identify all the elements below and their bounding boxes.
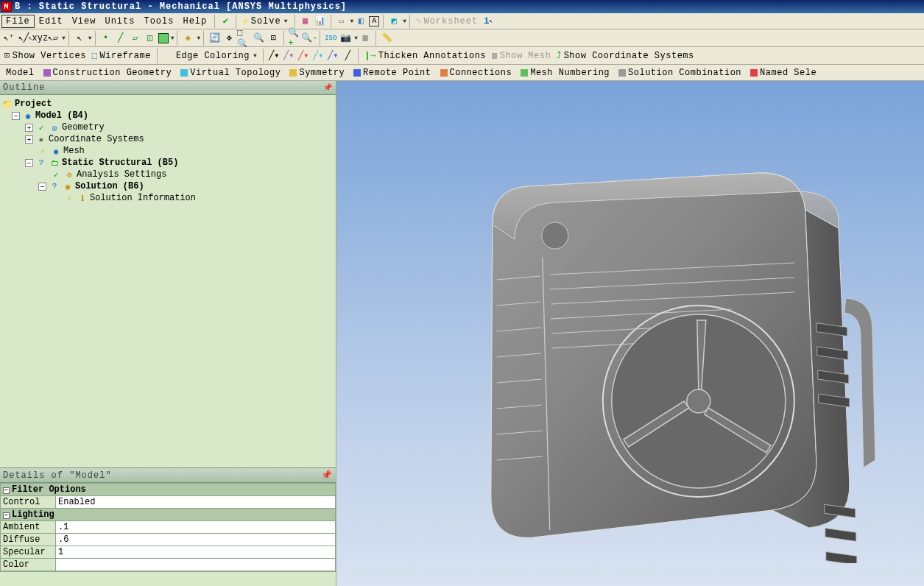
pin-icon[interactable]: 📌	[321, 470, 333, 481]
pan-icon[interactable]: ✥	[222, 32, 236, 45]
dropdown-arrow-icon[interactable]: ▼	[284, 18, 289, 24]
details-row-ambient[interactable]: Ambient.1	[1, 521, 336, 534]
menu-help[interactable]: Help	[178, 15, 211, 28]
menu-file[interactable]: File	[1, 15, 35, 28]
tree-analysis-settings[interactable]: ✓ ⚙ Analysis Settings	[1, 169, 334, 180]
show-mesh-button[interactable]: ▦Show Mesh	[489, 49, 554, 63]
tab-named-selections[interactable]: Named Sele	[746, 66, 821, 80]
details-row-diffuse[interactable]: Diffuse.6	[1, 534, 336, 546]
tab-model[interactable]: Model	[1, 66, 39, 80]
annotation-icon[interactable]: A	[369, 16, 379, 27]
outline-tree[interactable]: 📁 Project − ◉ Model (B4) + ✓ ◎ Geometry …	[0, 95, 336, 467]
collapse-icon[interactable]: −	[12, 112, 20, 120]
edge-blue-icon[interactable]: ╱▾	[326, 49, 339, 63]
details-val-diffuse[interactable]: .6	[56, 534, 336, 546]
slice-icon[interactable]: ◩	[387, 15, 401, 28]
tree-project[interactable]: 📁 Project	[1, 98, 334, 110]
refresh-icon[interactable]: ✔	[219, 15, 232, 28]
worksheet-button[interactable]: ✎Worksheet	[413, 14, 481, 28]
menu-edit[interactable]: Edit	[35, 15, 68, 28]
edge-cyan-icon[interactable]: ╱▾	[311, 49, 325, 63]
tree-static-structural[interactable]: − ? 🗀 Static Structural (B5)	[1, 157, 334, 169]
zoom-box-icon[interactable]: ⬚🔍	[237, 32, 250, 45]
graphics-viewport[interactable]	[336, 81, 924, 586]
dropdown-arrow-icon[interactable]: ▼	[354, 35, 358, 41]
xyz-select-icon[interactable]: ↖xyz	[32, 32, 45, 45]
point-filter-icon[interactable]: •	[99, 32, 113, 45]
ruler-icon[interactable]: 📏	[380, 32, 393, 45]
details-val-specular[interactable]: 1	[56, 546, 336, 559]
face-filter-icon[interactable]: ▱	[129, 32, 142, 45]
menu-tools[interactable]: Tools	[139, 15, 178, 28]
expand-icon[interactable]: +	[25, 135, 33, 144]
body-filter-icon[interactable]: ◫	[144, 32, 157, 45]
tree-geometry[interactable]: + ✓ ◎ Geometry	[1, 121, 334, 133]
pin-icon[interactable]: 📌	[323, 83, 333, 92]
tree-mesh[interactable]: ⚡ ◉ Mesh	[1, 145, 334, 157]
details-category-lighting[interactable]: −Lighting	[1, 509, 336, 521]
expand-icon[interactable]: +	[25, 124, 33, 132]
view-front-icon[interactable]: 📷	[339, 32, 352, 45]
tab-solution-combination[interactable]: Solution Combination	[614, 66, 746, 80]
chart-icon[interactable]: 📊	[314, 15, 327, 28]
dropdown-arrow-icon[interactable]: ▼	[350, 18, 354, 24]
collapse-icon[interactable]: −	[38, 183, 46, 191]
tab-connections[interactable]: Connections	[436, 66, 517, 80]
dropdown-arrow-icon[interactable]: ▼	[171, 35, 174, 41]
show-cs-button[interactable]: ⤴Show Coordinate Systems	[554, 49, 697, 63]
edge-black-icon[interactable]: ╱▾	[267, 49, 281, 63]
rotate-icon[interactable]: 🔄	[208, 32, 221, 45]
collapse-icon[interactable]: −	[25, 159, 33, 167]
tree-solution-information[interactable]: ⚡ ℹ Solution Information	[1, 192, 334, 204]
fit-icon[interactable]: ⊡	[267, 32, 280, 45]
separator	[263, 49, 264, 63]
look-at-icon[interactable]: ISO	[324, 32, 337, 45]
menu-units[interactable]: Units	[100, 15, 139, 28]
collapse-icon[interactable]: −	[3, 512, 10, 519]
zoom-icon[interactable]: 🔍	[252, 32, 265, 45]
tab-remote-point[interactable]: Remote Point	[349, 66, 435, 80]
edge-filter-icon[interactable]: ╱	[114, 32, 127, 45]
dropdown-arrow-icon[interactable]: ▼	[253, 52, 257, 59]
tree-solution[interactable]: − ? ◉ Solution (B6)	[1, 180, 334, 192]
image-icon[interactable]: ▭	[335, 15, 348, 28]
edge-red-icon[interactable]: ╱▾	[297, 49, 310, 63]
tab-symmetry[interactable]: Symmetry	[285, 66, 349, 80]
edge-purple-icon[interactable]: ╱▾	[282, 49, 295, 63]
zoom-in-icon[interactable]: 🔍+	[288, 32, 301, 45]
view-manage-icon[interactable]: ▦	[359, 32, 372, 45]
face-select-icon[interactable]: ↖▱	[46, 32, 60, 45]
tab-mesh-numbering[interactable]: Mesh Numbering	[516, 66, 614, 80]
tab-virtual-topology[interactable]: Virtual Topology	[176, 66, 285, 80]
tree-project-label: Project	[15, 99, 52, 109]
tab-construction-geometry[interactable]: Construction Geometry	[39, 66, 177, 80]
dropdown-arrow-icon[interactable]: ▼	[197, 35, 200, 41]
edge-coloring-button[interactable]: Edge Coloring▼	[161, 49, 260, 63]
menu-view[interactable]: View	[68, 15, 101, 28]
vertex-select-icon[interactable]: ↖⁺	[2, 32, 15, 45]
details-category-filter[interactable]: −Filter Options	[1, 484, 336, 496]
dropdown-arrow-icon[interactable]: ▼	[62, 35, 66, 41]
edge-thick-icon[interactable]: ╱	[341, 49, 354, 63]
dropdown-arrow-icon[interactable]: ▼	[403, 18, 406, 24]
collapse-icon[interactable]: −	[3, 487, 10, 494]
tree-model[interactable]: − ◉ Model (B4)	[1, 110, 334, 121]
show-vertices-button[interactable]: ⊡Show Vertices	[1, 49, 89, 63]
info-icon[interactable]: i↖	[482, 15, 495, 28]
details-row-specular[interactable]: Specular1	[1, 546, 336, 559]
details-val-ambient[interactable]: .1	[56, 521, 336, 534]
toggle-grid-icon[interactable]: ▦	[299, 15, 312, 28]
details-val-control[interactable]: Enabled	[56, 496, 336, 509]
tree-coordinate-systems[interactable]: + ✳ Coordinate Systems	[1, 133, 334, 145]
details-row-color[interactable]: Color	[1, 559, 336, 571]
extend-select-icon[interactable]: ◈	[181, 32, 194, 45]
box-select-icon[interactable]	[158, 33, 169, 43]
wireframe-button[interactable]: ⬚Wireframe	[89, 49, 154, 63]
comment-icon[interactable]: ◧	[354, 15, 367, 28]
dropdown-arrow-icon[interactable]: ▼	[88, 35, 92, 41]
details-row-control[interactable]: ControlEnabled	[1, 496, 336, 509]
details-val-color[interactable]	[56, 559, 336, 571]
single-select-icon[interactable]: ↖	[73, 32, 86, 45]
zoom-out-icon[interactable]: 🔍-	[303, 32, 316, 45]
thicken-annotations-button[interactable]: |→Thicken Annotations	[362, 49, 489, 63]
